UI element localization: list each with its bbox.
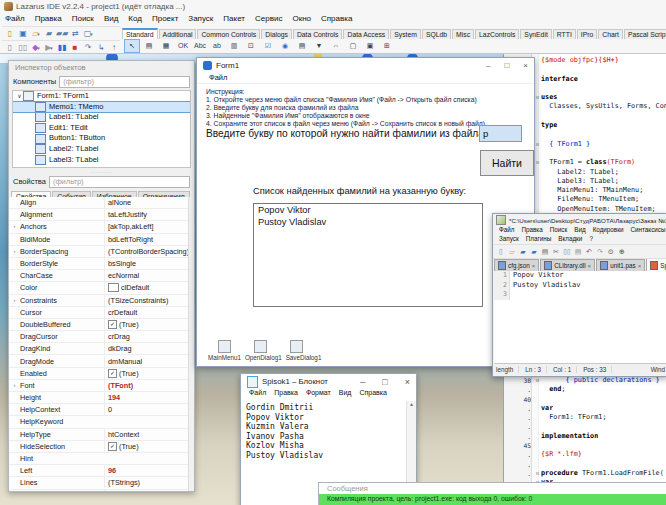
menu-item[interactable]: Вкладки [555,235,585,244]
property-row[interactable]: Left96 [9,465,194,477]
property-row[interactable]: HelpTypehtContext [9,429,194,441]
palette-component-icon[interactable]: ▼ [311,39,327,53]
component-tree-item[interactable]: Label2: TLabel [13,144,190,155]
close-icon[interactable]: × [588,263,592,269]
palette-component-icon[interactable]: ⇔ [328,39,344,53]
property-row[interactable]: BorderStylebsSingle [9,258,194,270]
menu-item[interactable]: Поиск [547,226,570,235]
property-value[interactable]: clDefault [104,282,194,293]
palette-component-icon[interactable]: Abc [192,39,208,53]
palette-component-icon[interactable]: ⊡ [243,39,259,53]
toolbar-icon[interactable]: ▱ [507,247,517,257]
step-out-button[interactable]: ↑ [108,42,120,53]
property-row[interactable]: MaxLength0 [9,490,194,492]
property-expander-icon[interactable]: › [9,246,20,257]
palette-component-icon[interactable]: ab [209,39,225,53]
property-value[interactable]: 194 [104,392,194,403]
toolbar-icon[interactable]: ▰ [518,247,528,257]
property-row[interactable]: ›Font(TFont) [9,380,194,392]
property-expander-icon[interactable]: › [9,295,20,306]
component-tree-item[interactable]: Label3: TLabel [13,155,190,166]
window-button[interactable]: □ [382,377,387,387]
new-form-button[interactable]: ▣ [17,28,29,39]
menu-item[interactable]: Синтаксисы [627,226,666,235]
properties-filter-input[interactable]: (фильтр) [49,176,190,188]
palette-tab[interactable]: RTTI [553,29,576,39]
menu-item[interactable]: Формат [302,389,335,400]
toolbar-icon[interactable]: ▯▯ [562,247,572,257]
palette-tab[interactable]: SynEdit [520,29,551,39]
menu-item[interactable]: ? [586,235,596,244]
property-row[interactable]: HelpContext0 [9,404,194,416]
property-row[interactable]: HideSelection✓(True) [9,441,194,453]
property-row[interactable]: ›Constraints(TSizeConstraints) [9,295,194,307]
property-value[interactable]: ✓(True) [104,441,194,452]
component-tree-item[interactable]: Button1: TButton [13,133,190,144]
component-tree-item[interactable]: Label1: TLabel [13,112,190,123]
menu-item[interactable]: Файл [245,389,270,400]
window-button[interactable]: × [405,377,410,387]
palette-component-icon[interactable]: ▦ [158,39,174,53]
property-row[interactable]: Lines(TStrings) [9,477,194,489]
window-button[interactable]: – [486,61,490,70]
property-value[interactable]: alNone [104,197,194,208]
component-tree[interactable]: ∨Form1: TForm1Memo1: TMemoLabel1: TLabel… [12,90,191,168]
menu-item[interactable]: Запуск [183,13,218,25]
property-value[interactable]: 0 [104,404,194,415]
fold-icon[interactable]: ⊟ [534,376,541,385]
open-button[interactable]: ▱▾ [30,28,42,39]
close-icon[interactable]: × [532,263,536,269]
palette-tab[interactable]: Chart [598,29,623,39]
toolbar-icon[interactable]: ▤ [540,247,550,257]
editor-code-bottom[interactable]: 38⊟ { public declarations }. end;40.var.… [504,376,666,497]
notepadpp-editor[interactable]: 1Popov Viktor2Pustoy Vladislav3 [494,271,666,363]
property-value[interactable]: ✓(True) [104,368,194,379]
palette-tab[interactable]: Standard [122,28,158,39]
property-row[interactable]: DragKinddkDrag [9,343,194,355]
property-value[interactable]: ecNormal [104,270,194,281]
menu-item[interactable]: Файл [204,72,232,83]
property-row[interactable]: Height194 [9,392,194,404]
property-value[interactable]: bsSingle [104,258,194,269]
window-button[interactable]: – [360,377,365,387]
menu-item[interactable]: Кодировки [590,226,627,235]
menu-item[interactable]: Файл [0,13,30,25]
property-row[interactable]: AlignmenttaLeftJustify [9,209,194,221]
save-button[interactable]: ▰ [43,28,55,39]
palette-tab[interactable]: Pascal Script [624,29,666,39]
palette-tab[interactable]: Dialogs [261,29,292,39]
palette-tab[interactable]: System [390,29,421,39]
new-unit-button[interactable]: ▯ [4,28,16,39]
menu-item[interactable]: Справка [355,389,390,400]
menu-item[interactable]: Сервис [250,13,287,25]
pause-button[interactable]: ▮▮ [56,42,68,53]
property-row[interactable]: AlignalNone [9,197,194,209]
checkbox-icon[interactable]: ✓ [108,320,117,329]
component-tree-item[interactable]: Memo1: TMemo [13,102,190,113]
property-value[interactable]: 0 [104,490,194,491]
step-into-button[interactable]: ↳ [95,42,107,53]
fold-icon[interactable]: ⊟ [534,140,541,149]
property-expander-icon[interactable]: › [9,380,20,391]
property-row[interactable]: DragModedmManual [9,355,194,367]
toolbar-icon[interactable]: ⊙ [606,247,616,257]
find-button[interactable]: Найти [480,150,534,176]
property-grid[interactable]: AlignalNoneAlignmenttaLeftJustify›Anchor… [9,197,194,491]
toolbar-icon[interactable]: ↷ [595,247,605,257]
palette-component-icon[interactable]: ▥ [226,39,242,53]
palette-component-icon[interactable]: ☑ [260,39,276,53]
property-row[interactable]: CursorcrDefault [9,307,194,319]
property-row[interactable]: DragCursorcrDrag [9,331,194,343]
menu-item[interactable]: Справка [316,13,357,25]
component-tree-item[interactable]: Edit1: TEdit [13,123,190,134]
components-filter-input[interactable]: (фильтр) [59,76,190,88]
stop-button[interactable]: ■ [69,42,81,53]
palette-tab[interactable]: Additional [159,29,197,39]
opendialog-component-icon[interactable] [254,340,267,353]
property-expander-icon[interactable]: › [9,221,20,232]
toolbar-icon[interactable]: ⊕ [617,247,627,257]
property-value[interactable]: (TSizeConstraints) [104,295,194,306]
toolbar-icon[interactable]: ▰ [529,247,539,257]
property-value[interactable]: dmManual [104,356,194,367]
property-value[interactable]: crDefault [104,307,194,318]
